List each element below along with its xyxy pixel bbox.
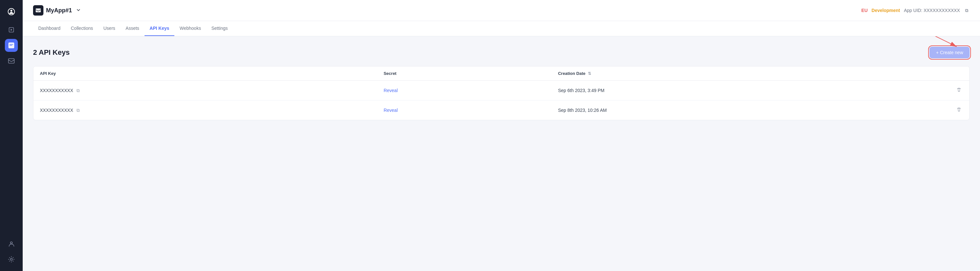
copy-app-uid-button[interactable]: ⧉ — [964, 7, 970, 14]
tab-users[interactable]: Users — [98, 21, 121, 36]
svg-rect-7 — [36, 8, 41, 12]
api-keys-table: API Key Secret Creation Date ⇅ — [33, 67, 969, 120]
sidebar-item-settings[interactable] — [5, 253, 18, 266]
app-header: MyApp#1 EU Development App UID: XXXXXXXX… — [23, 0, 980, 21]
svg-rect-4 — [8, 59, 14, 63]
page-header: 2 API Keys + Create new — [33, 47, 970, 58]
col-actions — [948, 67, 969, 81]
row-2-creation-date: Sep 8th 2023, 10:26 AM — [552, 100, 948, 120]
tab-dashboard[interactable]: Dashboard — [33, 21, 66, 36]
header-left: MyApp#1 — [33, 5, 82, 16]
tab-settings[interactable]: Settings — [206, 21, 233, 36]
api-keys-table-container: API Key Secret Creation Date ⇅ — [33, 66, 970, 120]
row-2-api-key: XXXXXXXXXXX ⧉ — [33, 100, 377, 120]
sidebar-item-messages[interactable] — [5, 54, 18, 67]
svg-point-1 — [10, 10, 12, 12]
tab-webhooks[interactable]: Webhooks — [174, 21, 206, 36]
col-api-key: API Key — [33, 67, 377, 81]
svg-point-6 — [10, 258, 12, 260]
create-new-button[interactable]: + Create new — [929, 47, 970, 58]
delete-api-key-button-1[interactable] — [955, 86, 963, 95]
sidebar — [0, 0, 23, 271]
col-secret: Secret — [377, 67, 552, 81]
page-title: 2 API Keys — [33, 48, 70, 57]
row-1-api-key: XXXXXXXXXXX ⧉ — [33, 81, 377, 100]
create-button-container: + Create new — [929, 47, 970, 58]
app-dropdown-button[interactable] — [75, 6, 82, 15]
col-creation-date: Creation Date ⇅ — [552, 67, 948, 81]
copy-api-key-button-2[interactable]: ⧉ — [76, 107, 80, 114]
row-2-actions — [948, 100, 969, 120]
sidebar-item-back[interactable] — [5, 23, 18, 36]
app-name: MyApp#1 — [46, 7, 72, 14]
table-head: API Key Secret Creation Date ⇅ — [33, 67, 969, 81]
nav-tabs: Dashboard Collections Users Assets API K… — [23, 21, 980, 36]
delete-api-key-button-2[interactable] — [955, 106, 963, 115]
row-1-creation-date: Sep 6th 2023, 3:49 PM — [552, 81, 948, 100]
sidebar-item-users[interactable] — [5, 237, 18, 250]
main-content: MyApp#1 EU Development App UID: XXXXXXXX… — [23, 0, 980, 271]
sidebar-item-app[interactable] — [5, 39, 18, 52]
api-key-value-container: XXXXXXXXXXX ⧉ — [40, 87, 371, 94]
row-1-secret: Reveal — [377, 81, 552, 100]
table-row: XXXXXXXXXXX ⧉ Reveal Sep 6th 2023, 3:49 … — [33, 81, 969, 100]
app-uid-label: App UID: XXXXXXXXXXXX — [904, 8, 960, 13]
table-row: XXXXXXXXXXX ⧉ Reveal Sep 8th 2023, 10:26… — [33, 100, 969, 120]
api-key-value-container: XXXXXXXXXXX ⧉ — [40, 107, 371, 114]
tab-api-keys[interactable]: API Keys — [145, 21, 175, 36]
copy-api-key-button-1[interactable]: ⧉ — [76, 87, 80, 94]
row-1-actions — [948, 81, 969, 100]
environment-badge: Development — [872, 8, 900, 13]
sort-icon[interactable]: ⇅ — [588, 71, 591, 76]
table-header-row: API Key Secret Creation Date ⇅ — [33, 67, 969, 81]
row-2-secret: Reveal — [377, 100, 552, 120]
sidebar-logo — [5, 5, 18, 18]
header-right: EU Development App UID: XXXXXXXXXXXX ⧉ — [861, 7, 970, 14]
tab-assets[interactable]: Assets — [121, 21, 145, 36]
reveal-secret-button-1[interactable]: Reveal — [384, 88, 398, 93]
page-content: 2 API Keys + Create new — [23, 36, 980, 271]
reveal-secret-button-2[interactable]: Reveal — [384, 108, 398, 113]
svg-point-5 — [10, 242, 12, 244]
table-body: XXXXXXXXXXX ⧉ Reveal Sep 6th 2023, 3:49 … — [33, 81, 969, 120]
app-icon — [33, 5, 43, 16]
region-badge: EU — [861, 8, 867, 13]
tab-collections[interactable]: Collections — [66, 21, 98, 36]
